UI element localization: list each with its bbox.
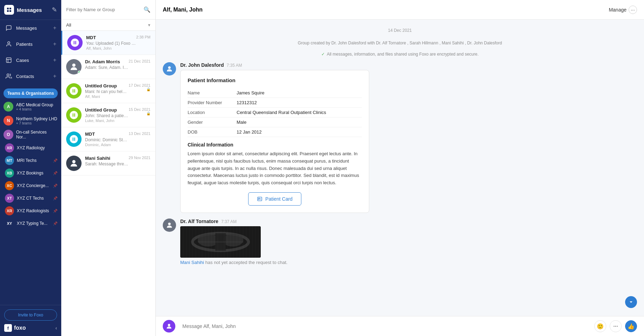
more-options-button[interactable]: ··· (610, 320, 622, 332)
pending-user-link[interactable]: Mani Sahihi (180, 260, 204, 265)
filter-bar[interactable]: All ▾ (61, 20, 155, 31)
svg-point-4 (8, 42, 10, 44)
add-contact-icon[interactable]: + (53, 73, 56, 79)
date-divider: 14 Dec 2021 (163, 28, 637, 33)
msg-sender-2: Dr. Alf Tornatore (180, 219, 218, 224)
dob-value: 12 Jan 2012 (237, 129, 262, 135)
patients-icon (5, 40, 13, 48)
team-item-xyz-radiology[interactable]: XR XYZ Radiology (0, 142, 61, 154)
sidebar-item-patients[interactable]: Patients + (0, 36, 61, 52)
sidebar-item-contacts[interactable]: Contacts + (0, 68, 61, 84)
org-sub-nsw: + 7 teams (16, 121, 57, 125)
foxo-brand: f foxo ‹ (4, 324, 57, 332)
pin-icon-bookings: 📌 (53, 171, 58, 176)
pin-icon-concierge: 📌 (53, 184, 58, 188)
name-value: James Squire (237, 90, 264, 95)
conversation-item-mdt2[interactable]: MDT Dominic: Dominic Stuart change... Do… (61, 127, 155, 151)
scroll-down-button[interactable] (625, 296, 637, 308)
org-icon-nsw: N (4, 116, 13, 126)
team-item-xyz-typing[interactable]: XY XYZ Typing Te... 📌 (0, 217, 61, 230)
sidebar-item-messages[interactable]: Messages + (0, 20, 61, 36)
location-row: Location Central Queensland Rural Outpat… (188, 108, 362, 117)
svg-rect-3 (9, 10, 11, 12)
conv-preview-ug2: John: Shared a patient to the chat. (85, 113, 129, 118)
conv-name-mani: Mani Sahihi (85, 156, 129, 161)
lock-icon-ug1: 🔒 (146, 87, 150, 91)
conversation-item-ug2[interactable]: Untitled Group John: Shared a patient to… (61, 103, 155, 127)
add-patient-icon[interactable]: + (53, 41, 56, 47)
org-item-nsw[interactable]: N Northern Sydney LHD + 7 teams (0, 114, 61, 128)
avatar-mani (66, 156, 82, 171)
team-label-xyz-ct: XYZ CT Techs (17, 196, 53, 201)
team-label-mri-techs: MRI Techs (17, 158, 53, 163)
invite-button[interactable]: Invite to Foxo (4, 309, 57, 321)
gender-value: Male (237, 120, 246, 125)
conv-time-mani: 29 Nov 2021 (129, 156, 150, 160)
search-icon: 🔍 (144, 6, 150, 13)
msg-content-1: Dr. John Dalesford 7:35 AM Patient Infor… (180, 62, 637, 213)
conv-name-mdt2: MDT (85, 131, 129, 137)
filter-label: All (66, 22, 148, 28)
org-item-oncall[interactable]: O On-call Services Nor... (0, 128, 61, 142)
msg-header-1: Dr. John Dalesford 7:35 AM (180, 62, 637, 68)
patient-card-icon (257, 196, 262, 202)
avatar-mdt1 (67, 35, 83, 50)
search-input[interactable] (66, 7, 144, 12)
svg-rect-15 (180, 226, 261, 258)
location-value: Central Queensland Rural Outpatient Clin… (237, 110, 326, 115)
team-label-xyz-radiology: XYZ Radiology (17, 145, 58, 150)
system-text: Group created by Dr. John Dalesford with… (298, 41, 502, 45)
new-message-button[interactable]: ✎ (52, 6, 57, 14)
msg-header-2: Dr. Alf Tornatore 7:37 AM (180, 219, 637, 224)
thumbs-up-button[interactable]: 👍 (625, 320, 637, 332)
add-message-icon[interactable]: + (53, 25, 56, 31)
team-item-xyz-bookings[interactable]: XB XYZ Bookings 📌 (0, 167, 61, 179)
message-list-panel: 🔍 All ▾ MDT You: Uploaded (1) Foxo › Cas… (61, 0, 156, 336)
app-logo (4, 5, 14, 15)
conversation-item-ug1[interactable]: Untitled Group Mani: hi can you help wit… (61, 79, 155, 103)
org-name-nsw: Northern Sydney LHD (16, 116, 57, 121)
svg-point-21 (168, 324, 170, 326)
conversation-item-mani[interactable]: Mani Sahihi Sarah: Message thread create… (61, 151, 155, 176)
svg-point-17 (198, 234, 219, 246)
svg-point-8 (7, 74, 9, 76)
manage-button[interactable]: Manage ··· (609, 6, 637, 14)
conv-members-mdt2: Dominic, Adam (85, 143, 129, 147)
manage-dots-icon[interactable]: ··· (629, 6, 637, 14)
collapse-sidebar-button[interactable]: ‹ (55, 325, 57, 331)
cases-icon (5, 56, 13, 64)
org-item-abc[interactable]: A ABC Medical Group + 4 teams (0, 100, 61, 114)
avatar-ug2 (66, 107, 82, 123)
xray-svg (180, 226, 261, 258)
conv-preview-ug1: Mani: hi can you help with this? (85, 89, 129, 94)
sidebar: Messages ✎ Messages + Patients + Cases +… (0, 0, 61, 336)
team-item-mri-techs[interactable]: MT MRI Techs 📌 (0, 154, 61, 167)
conv-name-ug1: Untitled Group (85, 83, 129, 88)
patient-name-row: Name James Squire (188, 88, 362, 98)
conversation-item-mdt1[interactable]: MDT You: Uploaded (1) Foxo › Case MS... … (61, 31, 155, 55)
conv-members-ug2: Luke, Mani, John (85, 119, 129, 123)
sidebar-footer: Invite to Foxo f foxo ‹ (0, 305, 61, 336)
patient-card-button[interactable]: Patient Card (248, 192, 301, 206)
add-case-icon[interactable]: + (53, 57, 56, 63)
emoji-button[interactable]: 🙂 (594, 320, 606, 332)
conv-time-ug2: 15 Dec 2021 (129, 107, 150, 112)
pin-icon-radiologists: 📌 (53, 209, 58, 213)
team-item-xyz-concierge[interactable]: XC XYZ Concierge... 📌 (0, 179, 61, 192)
team-item-xyz-ct-techs[interactable]: XT XYZ CT Techs 📌 (0, 192, 61, 205)
svg-rect-0 (7, 8, 9, 9)
svg-rect-2 (7, 10, 9, 12)
chat-title: Alf, Mani, John (163, 7, 609, 13)
team-item-xyz-radiologists[interactable]: XR XYZ Radiologists 📌 (0, 205, 61, 217)
message-input[interactable] (182, 323, 591, 329)
manage-label: Manage (609, 7, 626, 13)
team-icon-xyz-bookings: XB (5, 169, 14, 178)
pending-message: Mani Sahihi has not yet accepted the req… (180, 260, 637, 265)
team-icon-xyz-radiologists: XR (5, 206, 14, 215)
conversation-item-adam[interactable]: Dr. Adam Morris Adam: Sure, Adam. I will… (61, 55, 155, 79)
xray-image (180, 226, 261, 258)
sidebar-item-cases[interactable]: Cases + (0, 52, 61, 68)
message-icon (5, 24, 13, 32)
teams-organisations-button[interactable]: Teams & Organisations (4, 88, 58, 98)
conv-members-mdt1: Alf, Mani, John (86, 46, 136, 50)
